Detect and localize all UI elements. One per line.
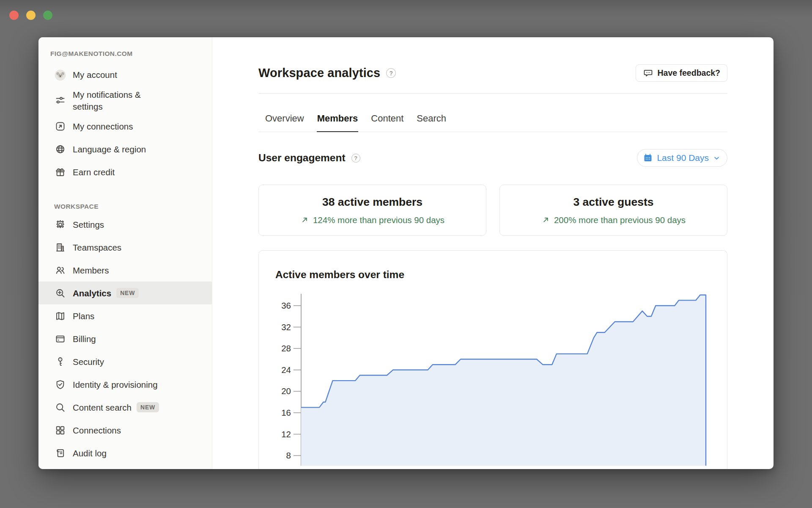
y-axis: 363228242016128: [281, 294, 301, 466]
new-badge: NEW: [137, 402, 159, 412]
settings-sidebar: FIG@MAKENOTION.COM My accountMy notifica…: [38, 37, 212, 469]
chart-card: Active members over time 363228242016128: [258, 250, 727, 469]
engagement-header: User engagement ? Last 90 Days: [258, 149, 727, 167]
header-divider: [258, 93, 727, 94]
chevron-down-icon: [713, 154, 721, 162]
credit-card-icon: [54, 333, 66, 345]
sidebar-item-analytics[interactable]: AnalyticsNEW: [38, 282, 212, 304]
building-icon: [54, 241, 66, 253]
feedback-button[interactable]: Have feedback?: [636, 64, 728, 82]
period-selector[interactable]: Last 90 Days: [637, 149, 727, 167]
people-icon: [54, 264, 66, 276]
stat-delta: 124% more than previous 90 days: [300, 215, 444, 225]
sidebar-item-label: Audit log: [73, 447, 107, 459]
sidebar-item-teamspaces[interactable]: Teamspaces: [38, 236, 212, 259]
gift-icon: [54, 166, 66, 178]
sidebar-item-label: Members: [73, 265, 109, 276]
key-icon: [54, 356, 66, 367]
sidebar-item-label: My notifications & settings: [73, 89, 169, 112]
sidebar-section-header: WORKSPACE: [38, 203, 212, 210]
map-icon: [54, 310, 66, 322]
sidebar-item-label: Identity & provisioning: [73, 379, 158, 391]
magnifier-sparkle-icon: [54, 287, 66, 299]
help-icon[interactable]: ?: [351, 154, 360, 163]
sliders-icon: [54, 95, 66, 107]
tab-search[interactable]: Search: [416, 104, 447, 132]
magnifier-icon: [54, 401, 66, 413]
svg-text:32: 32: [281, 322, 291, 332]
sidebar-item-label: Billing: [73, 333, 96, 345]
svg-text:20: 20: [281, 386, 291, 396]
sidebar-item-label: Analytics: [73, 287, 111, 299]
new-badge: NEW: [116, 288, 139, 298]
stat-value: 3 active guests: [573, 196, 653, 209]
sidebar-item-label: Teamspaces: [73, 242, 121, 254]
svg-text:8: 8: [286, 450, 291, 460]
sidebar-item-billing[interactable]: Billing: [38, 327, 212, 350]
tab-content[interactable]: Content: [370, 104, 404, 132]
gear-icon: [54, 218, 66, 230]
shield-check-icon: [54, 378, 66, 390]
account-email: FIG@MAKENOTION.COM: [38, 50, 212, 58]
sidebar-nav: My accountMy notifications & settingsMy …: [38, 64, 212, 464]
arrow-up-right-icon: [300, 215, 309, 224]
help-icon[interactable]: ?: [386, 68, 396, 78]
svg-text:24: 24: [281, 365, 291, 375]
calendar-icon: [643, 153, 653, 163]
page-header: Workspace analytics ? Have feedback?: [258, 64, 727, 82]
sidebar-item-earn-credit[interactable]: Earn credit: [38, 160, 212, 183]
tab-overview[interactable]: Overview: [265, 104, 304, 132]
active-guests-card: 3 active guests 200% more than previous …: [499, 185, 727, 236]
chart-title: Active members over time: [259, 251, 727, 281]
scroll-icon: [54, 447, 66, 459]
sidebar-item-audit-log[interactable]: Audit log: [38, 442, 212, 464]
tab-members[interactable]: Members: [317, 104, 359, 132]
arrow-up-right-square-icon: [54, 120, 66, 132]
notion-settings-window: FIG@MAKENOTION.COM My accountMy notifica…: [38, 37, 774, 469]
zoom-button[interactable]: [43, 11, 52, 20]
svg-text:36: 36: [281, 301, 291, 310]
svg-text:16: 16: [281, 408, 291, 417]
svg-text:12: 12: [281, 429, 291, 439]
arrow-up-right-icon: [541, 215, 550, 224]
sidebar-item-label: Settings: [73, 219, 104, 231]
sidebar-item-connections[interactable]: Connections: [38, 419, 212, 442]
sidebar-item-my-connections[interactable]: My connections: [38, 115, 212, 138]
sidebar-item-settings[interactable]: Settings: [38, 213, 212, 236]
window-controls: [9, 11, 52, 20]
sidebar-item-security[interactable]: Security: [38, 350, 212, 373]
sidebar-item-members[interactable]: Members: [38, 259, 212, 282]
sidebar-item-my-account[interactable]: My account: [38, 64, 212, 86]
chat-bubble-icon: [643, 68, 653, 78]
minimize-button[interactable]: [26, 11, 36, 20]
avatar: [54, 69, 66, 81]
area-series: [301, 295, 706, 466]
active-members-card: 38 active members 124% more than previou…: [258, 185, 486, 236]
sidebar-item-label: My account: [73, 69, 117, 81]
stat-delta: 200% more than previous 90 days: [541, 215, 686, 225]
sidebar-item-plans[interactable]: Plans: [38, 304, 212, 327]
main-content: Workspace analytics ? Have feedback? Ove…: [212, 37, 774, 469]
analytics-tabs: OverviewMembersContentSearch: [258, 104, 727, 132]
grid-icon: [54, 424, 66, 436]
sidebar-item-label: Security: [73, 356, 104, 368]
sidebar-item-language-and-region[interactable]: Language & region: [38, 138, 212, 160]
close-button[interactable]: [9, 11, 19, 20]
stat-value: 38 active members: [322, 196, 422, 209]
sidebar-item-label: Earn credit: [73, 166, 115, 178]
section-heading: User engagement: [258, 152, 346, 164]
desktop-background: FIG@MAKENOTION.COM My accountMy notifica…: [0, 0, 812, 508]
members-chart: 363228242016128: [271, 289, 728, 466]
globe-icon: [54, 143, 66, 155]
svg-text:28: 28: [281, 343, 291, 353]
sidebar-item-label: Connections: [73, 425, 121, 436]
sidebar-item-label: Plans: [73, 310, 94, 322]
feedback-label: Have feedback?: [658, 68, 721, 78]
sidebar-item-my-notifications-and-settings[interactable]: My notifications & settings: [38, 86, 212, 115]
sidebar-item-identity-and-provisioning[interactable]: Identity & provisioning: [38, 373, 212, 396]
page-title: Workspace analytics: [258, 66, 380, 80]
sidebar-item-content-search[interactable]: Content searchNEW: [38, 396, 212, 419]
sidebar-item-label: My connections: [73, 121, 133, 133]
sidebar-item-label: Content search: [73, 402, 132, 414]
sidebar-item-label: Language & region: [73, 144, 146, 155]
